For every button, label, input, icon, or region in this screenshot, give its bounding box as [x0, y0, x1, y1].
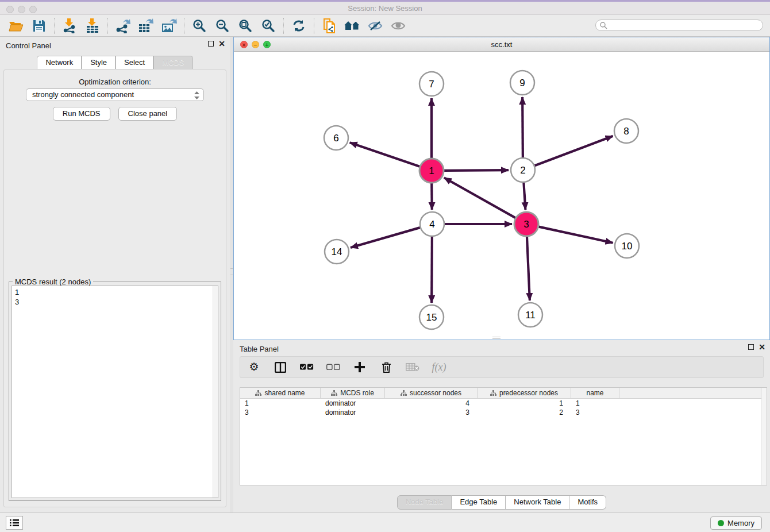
table-tab-edge-table[interactable]: Edge Table	[452, 495, 506, 510]
network-bottom-grip[interactable]	[492, 337, 500, 339]
table-panel: Table Panel ✕ ⚙ f(x)	[233, 340, 770, 512]
home-layout-icon[interactable]	[342, 17, 362, 35]
show-column-icon[interactable]	[274, 360, 287, 374]
edge-4-15[interactable]	[432, 237, 432, 303]
function-builder-icon[interactable]: f(x)	[432, 360, 446, 374]
table-cell[interactable]: 4	[385, 399, 478, 408]
edge-3-11[interactable]	[527, 237, 530, 300]
optimization-criterion-label: Optimization criterion:	[4, 78, 226, 86]
column-header-MCDS-role[interactable]: MCDS role	[321, 388, 385, 398]
control-panel-tabs: NetworkStyleSelectMCDS	[0, 56, 230, 69]
export-table-icon[interactable]	[136, 17, 156, 35]
table-cell[interactable]: 3	[240, 408, 321, 417]
export-network-icon[interactable]	[113, 17, 133, 35]
deselect-all-columns-icon[interactable]	[326, 360, 340, 374]
control-tab-mcds[interactable]: MCDS	[153, 56, 192, 69]
show-all-icon[interactable]	[388, 17, 408, 35]
column-header-shared-name[interactable]: shared name	[240, 388, 321, 398]
refresh-view-icon[interactable]	[289, 17, 309, 35]
create-column-icon[interactable]	[353, 360, 367, 374]
graph-node-label-9: 9	[519, 78, 525, 88]
import-table-icon[interactable]	[83, 17, 102, 35]
select-all-columns-icon[interactable]	[300, 360, 314, 374]
column-header-successor-nodes[interactable]: successor nodes	[385, 388, 478, 398]
splitter-grip[interactable]	[230, 268, 233, 275]
application-window: Session: New Session	[0, 0, 770, 532]
memory-button[interactable]: Memory	[710, 516, 762, 530]
edge-1-6[interactable]	[350, 142, 420, 167]
zoom-fit-icon[interactable]	[236, 17, 255, 35]
table-cell[interactable]: 1	[478, 399, 571, 408]
import-network-icon[interactable]	[60, 17, 79, 35]
column-header-label: MCDS role	[340, 389, 374, 397]
table-cell[interactable]: 2	[478, 408, 571, 417]
list-icon	[10, 519, 19, 527]
window-titlebar: Session: New Session	[0, 2, 770, 15]
column-header-label: shared name	[264, 389, 305, 397]
close-panel-icon[interactable]: ✕	[218, 41, 225, 47]
table-cell[interactable]: 3	[571, 408, 619, 417]
edge-3-10[interactable]	[538, 227, 613, 243]
toolbar-separator	[54, 18, 55, 34]
edge-2-8[interactable]	[535, 136, 613, 165]
delete-table-icon[interactable]	[406, 360, 419, 374]
mcds-result-title: MCDS result (2 nodes)	[13, 277, 93, 286]
graph-node-label-14: 14	[332, 246, 342, 257]
table-float-icon[interactable]	[748, 344, 754, 350]
edge-2-3[interactable]	[523, 183, 525, 210]
control-tab-style[interactable]: Style	[82, 56, 116, 69]
column-header-name[interactable]: name	[571, 388, 619, 398]
search-input[interactable]	[595, 20, 763, 31]
search-icon	[600, 22, 607, 29]
float-panel-icon[interactable]	[208, 41, 214, 47]
table-cell[interactable]: 3	[385, 408, 478, 417]
task-history-button[interactable]	[6, 516, 23, 530]
delete-column-icon[interactable]	[379, 360, 393, 374]
edge-3-1[interactable]	[444, 178, 515, 218]
control-tab-network[interactable]: Network	[37, 56, 82, 69]
table-header-row: shared nameMCDS rolesuccessor nodesprede…	[240, 388, 767, 399]
hierarchy-icon	[255, 390, 261, 396]
save-session-icon[interactable]	[29, 17, 49, 35]
table-close-icon[interactable]: ✕	[759, 344, 765, 350]
network-window-titlebar: × − + scc.txt	[234, 37, 769, 52]
table-cell[interactable]: 1	[240, 399, 321, 408]
memory-label: Memory	[727, 519, 754, 527]
export-image-icon[interactable]	[159, 17, 179, 35]
run-mcds-button[interactable]: Run MCDS	[53, 107, 110, 121]
network-graph-canvas[interactable]: 7968124314101511	[234, 52, 769, 340]
hide-selected-icon[interactable]	[365, 17, 385, 35]
control-tab-select[interactable]: Select	[116, 56, 153, 69]
mcds-tab-panel: Optimization criterion: strongly connect…	[3, 70, 226, 507]
optimization-select[interactable]: strongly connected component	[26, 88, 204, 101]
table-tab-motifs[interactable]: Motifs	[569, 495, 606, 510]
edge-4-14[interactable]	[351, 228, 420, 248]
graph-node-label-6: 6	[333, 133, 338, 144]
table-body: 1dominator4113dominator323	[240, 399, 767, 417]
table-tab-node-table[interactable]: Node Table	[397, 495, 452, 510]
table-tab-network-table[interactable]: Network Table	[506, 495, 569, 510]
column-header-predecessor-nodes[interactable]: predecessor nodes	[478, 388, 571, 398]
main-toolbar	[0, 15, 770, 37]
table-cell[interactable]: dominator	[321, 399, 385, 408]
toolbar-separator	[283, 18, 284, 34]
edge-2-9[interactable]	[522, 97, 523, 157]
zoom-selected-icon[interactable]	[259, 17, 278, 35]
hierarchy-icon	[401, 390, 407, 396]
close-panel-button[interactable]: Close panel	[118, 107, 178, 121]
clone-network-icon[interactable]	[319, 17, 339, 35]
mcds-result-list[interactable]: 1 3	[11, 286, 218, 498]
table-scrollbar[interactable]	[761, 388, 767, 485]
zoom-out-icon[interactable]	[213, 17, 232, 35]
table-cell[interactable]: 1	[571, 399, 619, 408]
graph-node-label-4: 4	[429, 219, 434, 230]
table-settings-gear-icon[interactable]: ⚙	[247, 360, 261, 374]
zoom-in-icon[interactable]	[190, 17, 209, 35]
table-toolbar: ⚙ f(x)	[240, 356, 764, 378]
result-scrollbar[interactable]	[213, 286, 218, 498]
table-cell[interactable]: dominator	[321, 408, 385, 417]
open-session-icon[interactable]	[6, 17, 26, 35]
status-bar: Memory	[0, 512, 770, 532]
toolbar-separator	[107, 18, 108, 34]
edge-1-2[interactable]	[444, 170, 509, 171]
